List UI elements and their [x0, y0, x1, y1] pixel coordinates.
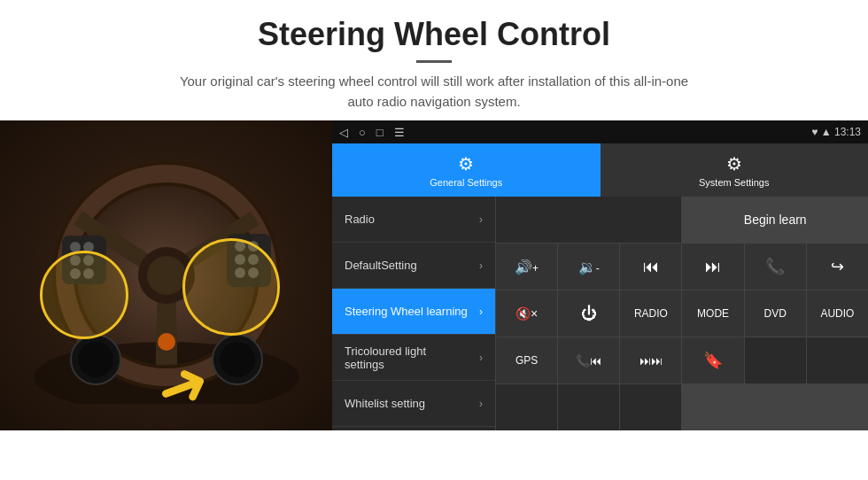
gps-button[interactable]: GPS [496, 337, 557, 383]
prev-button[interactable]: ⏮ [620, 244, 681, 290]
menu-item-default[interactable]: DefaultSetting › [332, 243, 495, 289]
empty-ctrl-4 [558, 384, 619, 430]
power-icon: ⏻ [581, 305, 597, 323]
radio-label: RADIO [634, 307, 668, 320]
mute-button[interactable]: 🔇× [496, 290, 557, 337]
vol-down-icon: 🔉- [578, 259, 600, 275]
empty-ctrl-2 [807, 337, 868, 383]
phone-prev-button[interactable]: 📞⏮ [558, 337, 619, 383]
nav-icons: ◁ ○ □ ☰ [339, 126, 405, 139]
phone-button[interactable]: 📞 [745, 244, 806, 290]
skip-next-button[interactable]: ⏭⏭ [620, 337, 681, 383]
mode-button[interactable]: MODE [682, 290, 743, 337]
svg-point-27 [158, 333, 175, 351]
menu-steering-label: Steering Wheel learning [345, 305, 468, 318]
empty-ctrl-3 [496, 384, 557, 430]
svg-point-26 [220, 342, 255, 377]
title-divider [416, 60, 452, 63]
phone-prev-icon: 📞⏮ [576, 354, 601, 368]
menu-tricoloured-label: Tricoloured lightsettings [345, 345, 426, 371]
page-title: Steering Wheel Control [53, 16, 815, 53]
menu-icon[interactable]: ☰ [394, 126, 405, 139]
begin-learn-button[interactable]: Begin learn [682, 197, 868, 243]
car-image: ➜ [0, 120, 332, 430]
general-settings-icon: ⚙ [458, 153, 474, 174]
header-section: Steering Wheel Control Your original car… [0, 0, 868, 120]
menu-whitelist-label: Whitelist setting [345, 397, 425, 410]
highlight-left [40, 251, 128, 339]
highlight-right [182, 238, 280, 336]
skip-next-icon: ⏭⏭ [639, 354, 663, 368]
mode-label: MODE [697, 307, 729, 320]
hangup-button[interactable]: ↩ [807, 244, 868, 290]
next-button[interactable]: ⏭ [682, 244, 743, 290]
chevron-icon: › [479, 306, 483, 318]
page-subtitle: Your original car's steering wheel contr… [53, 72, 815, 112]
prev-icon: ⏮ [643, 258, 659, 276]
power-button[interactable]: ⏻ [558, 290, 619, 337]
menu-radio-label: Radio [345, 213, 375, 226]
empty-cell-1 [496, 197, 681, 243]
chevron-icon: › [479, 259, 483, 272]
tab-system[interactable]: ⚙ System Settings [601, 143, 869, 197]
chevron-icon: › [479, 352, 483, 364]
signal-icon: ♥ ▲ [811, 126, 831, 138]
chevron-icon: › [479, 213, 483, 226]
svg-point-8 [147, 256, 186, 295]
vol-up-button[interactable]: 🔊+ [496, 244, 557, 290]
hangup-icon: ↩ [831, 257, 844, 276]
svg-point-24 [78, 342, 113, 377]
menu-item-tricoloured[interactable]: Tricoloured lightsettings › [332, 335, 495, 381]
menu-item-steering[interactable]: Steering Wheel learning › [332, 289, 495, 335]
audio-button[interactable]: AUDIO [807, 290, 868, 337]
tab-general[interactable]: ⚙ General Settings [332, 143, 601, 197]
status-time: ♥ ▲ 13:13 [811, 126, 861, 138]
back-icon[interactable]: ◁ [339, 126, 348, 139]
bookmark-button[interactable]: 🔖 [682, 337, 743, 383]
next-icon: ⏭ [705, 258, 721, 276]
mute-icon: 🔇× [515, 306, 538, 321]
tab-bar: ⚙ General Settings ⚙ System Settings [332, 143, 868, 197]
status-bar: ◁ ○ □ ☰ ♥ ▲ 13:13 [332, 120, 868, 143]
empty-ctrl-5 [620, 384, 681, 430]
menu-item-radio[interactable]: Radio › [332, 197, 495, 243]
vol-down-button[interactable]: 🔉- [558, 244, 619, 290]
right-panel: Begin learn 🔊+ 🔉- ⏮ ⏭ 📞 [496, 197, 868, 430]
tab-system-label: System Settings [699, 177, 769, 188]
home-icon[interactable]: ○ [359, 126, 366, 139]
tab-general-label: General Settings [430, 177, 502, 188]
menu-item-whitelist[interactable]: Whitelist setting › [332, 381, 495, 427]
radio-button[interactable]: RADIO [620, 290, 681, 337]
dvd-button[interactable]: DVD [745, 290, 806, 337]
recent-icon[interactable]: □ [376, 126, 384, 139]
main-content: Radio › DefaultSetting › Steering Wheel … [332, 197, 868, 430]
menu-list: Radio › DefaultSetting › Steering Wheel … [332, 197, 496, 430]
phone-icon: 📞 [765, 257, 785, 276]
content-row: ➜ ◁ ○ □ ☰ ♥ ▲ 13:13 ⚙ General Settings [0, 120, 868, 430]
menu-default-label: DefaultSetting [345, 259, 417, 272]
audio-label: AUDIO [820, 307, 854, 320]
clock: 13:13 [834, 126, 861, 138]
bookmark-icon: 🔖 [703, 351, 723, 370]
system-settings-icon: ⚙ [726, 153, 742, 174]
android-panel: ◁ ○ □ ☰ ♥ ▲ 13:13 ⚙ General Settings ⚙ S… [332, 120, 868, 430]
vol-up-icon: 🔊+ [515, 259, 539, 275]
gps-label: GPS [515, 354, 538, 367]
dvd-label: DVD [764, 307, 787, 320]
empty-ctrl-1 [745, 337, 806, 383]
car-background: ➜ [0, 120, 332, 430]
chevron-icon: › [479, 398, 483, 410]
